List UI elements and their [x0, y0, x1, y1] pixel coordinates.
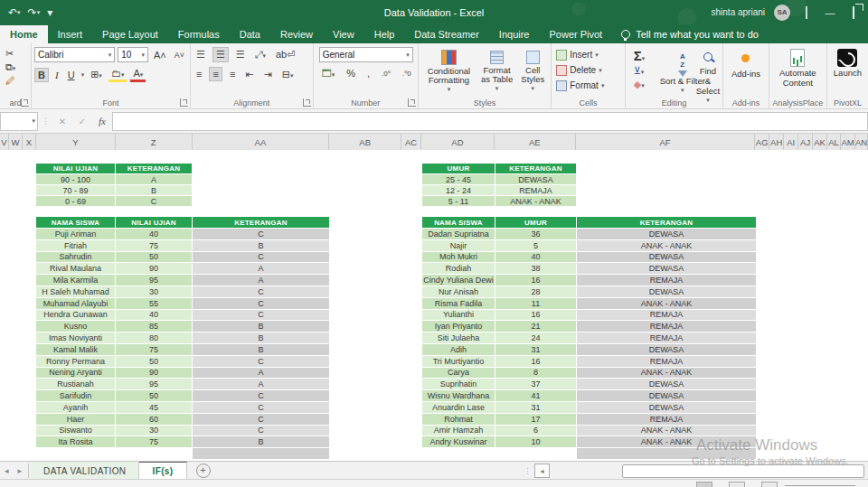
cell[interactable]: REMAJA — [577, 332, 757, 344]
cell[interactable]: 90 - 100 — [36, 174, 116, 185]
cell[interactable]: DEWASA — [577, 344, 757, 356]
number-dialog-launcher[interactable] — [408, 98, 416, 107]
cell[interactable]: DEWASA — [577, 402, 757, 414]
column-header-AI[interactable]: AI — [784, 134, 798, 150]
confirm-entry-icon[interactable]: ✓ — [72, 117, 92, 126]
cell[interactable]: Andry Kuswinar — [422, 436, 495, 448]
cell[interactable]: A — [193, 275, 330, 286]
cell[interactable]: Kusno — [36, 321, 116, 332]
cell[interactable]: B — [193, 344, 330, 356]
ribbon-tab-review[interactable]: Review — [270, 25, 323, 43]
restore-icon[interactable] — [846, 7, 861, 18]
orientation-icon[interactable]: ⤢▾ — [252, 48, 269, 61]
cell[interactable]: 50 — [116, 252, 193, 264]
insert-cells-button[interactable]: Insert▾ — [554, 47, 621, 62]
cell[interactable]: 50 — [116, 390, 193, 402]
cell[interactable]: 30 — [116, 286, 193, 298]
clipboard-dialog-launcher[interactable] — [21, 98, 29, 107]
cell[interactable]: Tri Murtiyantio — [422, 356, 495, 368]
header-cell[interactable]: NAMA SISWA — [36, 217, 116, 229]
accounting-format-icon[interactable]: 🗔▾ — [319, 67, 338, 80]
user-name[interactable]: shinta apriani — [712, 7, 765, 17]
column-header-Z[interactable]: Z — [116, 134, 193, 150]
cell[interactable]: 11 — [495, 298, 577, 310]
underline-button[interactable]: U — [65, 69, 78, 81]
cell[interactable]: 95 — [116, 275, 193, 286]
column-header-Y[interactable]: Y — [36, 134, 116, 150]
cell[interactable]: Iyan Priyanto — [422, 321, 495, 332]
cell[interactable]: Haer — [36, 414, 116, 426]
sheet-nav-right-icon[interactable]: ▸ — [14, 462, 27, 480]
ribbon-tab-inquire[interactable]: Inquire — [489, 25, 540, 43]
number-format-select[interactable]: General▾ — [319, 47, 413, 62]
header-cell[interactable]: KETERANGAN — [577, 217, 757, 229]
cell[interactable]: 41 — [495, 390, 577, 402]
sheet-nav-left-icon[interactable]: ◂ — [0, 462, 14, 480]
cell[interactable]: 37 — [495, 379, 577, 390]
cell[interactable]: Risma Fadila — [422, 298, 495, 310]
cell[interactable]: 16 — [495, 356, 577, 368]
tell-me-search[interactable]: Tell me what you want to do — [612, 25, 768, 43]
cell[interactable]: Nur Anisah — [422, 286, 495, 298]
redo-icon[interactable]: ↷▾ — [25, 6, 43, 19]
cell[interactable]: 17 — [495, 414, 577, 426]
cell[interactable]: C — [193, 310, 330, 322]
cell[interactable]: Sarifudin — [36, 390, 116, 402]
cell[interactable]: C — [193, 298, 330, 310]
ribbon-tab-data[interactable]: Data — [230, 25, 270, 43]
formula-input[interactable] — [112, 112, 868, 131]
cell[interactable]: REMAJA — [577, 310, 757, 322]
cell[interactable]: Rival Maulana — [36, 263, 116, 275]
header-cell[interactable]: KETERANGAN — [116, 164, 193, 174]
cell[interactable]: C — [193, 252, 330, 264]
cell[interactable]: H Saleh Muhamad — [36, 286, 116, 298]
column-header-V[interactable]: V — [0, 134, 9, 150]
cell[interactable]: DEWASA — [577, 263, 757, 275]
cell[interactable]: Yulianthi — [422, 310, 495, 322]
cell[interactable] — [193, 448, 330, 460]
column-header-AF[interactable]: AF — [576, 134, 756, 150]
cell[interactable]: A — [193, 379, 330, 390]
header-cell[interactable]: KETERANGAN — [495, 164, 577, 174]
page-layout-view-icon[interactable] — [729, 482, 745, 487]
ribbon-tab-power-pivot[interactable]: Power Pivot — [539, 25, 612, 43]
cell[interactable]: DEWASA — [495, 174, 577, 185]
cell[interactable]: 5 — [495, 240, 577, 252]
addins-button[interactable]: Add-ins — [726, 52, 766, 81]
scroll-left-icon[interactable]: ◂ — [534, 464, 550, 478]
ribbon-tab-insert[interactable]: Insert — [48, 25, 93, 43]
shrink-font-icon[interactable]: A˅ — [172, 50, 187, 61]
column-header-AN[interactable]: AN — [855, 134, 868, 150]
header-cell[interactable]: NAMA SISWA — [422, 217, 495, 229]
header-cell[interactable]: UMUR — [495, 217, 577, 229]
column-header-AK[interactable]: AK — [813, 134, 827, 150]
fill-color-icon[interactable]: 🗀▾ — [108, 67, 127, 82]
cell[interactable]: 0 - 69 — [36, 196, 116, 207]
align-right-icon[interactable]: ≡ — [227, 68, 238, 80]
cell[interactable]: 16 — [495, 310, 577, 322]
column-header-AL[interactable]: AL — [827, 134, 841, 150]
cell[interactable]: ANAK - ANAK — [577, 240, 757, 252]
cell[interactable]: 12 - 24 — [422, 185, 495, 196]
cell[interactable]: Rohmat — [422, 414, 495, 426]
customize-qat-icon[interactable]: ▾ — [44, 6, 55, 19]
borders-icon[interactable]: ⊞▾ — [88, 68, 105, 81]
align-bottom-icon[interactable]: ☰ — [233, 48, 248, 61]
cell[interactable]: Rustianah — [36, 379, 116, 390]
cell[interactable]: 75 — [116, 344, 193, 356]
autosum-icon[interactable]: Σ▾ — [631, 47, 648, 64]
cell[interactable]: Muhamad Alayubi — [36, 298, 116, 310]
cell[interactable]: 75 — [116, 436, 193, 448]
cell[interactable] — [577, 448, 757, 460]
cell[interactable]: B — [193, 436, 330, 448]
cell[interactable]: Carya — [422, 368, 495, 379]
cell[interactable]: 36 — [495, 229, 577, 240]
cell[interactable]: 90 — [116, 263, 193, 275]
header-cell[interactable]: NILAI UJIAN — [36, 164, 116, 174]
automate-content-button[interactable]: Automate Content — [772, 47, 824, 90]
cell[interactable]: Dadan Supriatna — [422, 229, 495, 240]
cell[interactable]: DEWASA — [577, 252, 757, 264]
bold-button[interactable]: B — [34, 68, 49, 82]
format-cells-button[interactable]: Format▾ — [554, 78, 621, 93]
cell[interactable]: DEWASA — [577, 390, 757, 402]
